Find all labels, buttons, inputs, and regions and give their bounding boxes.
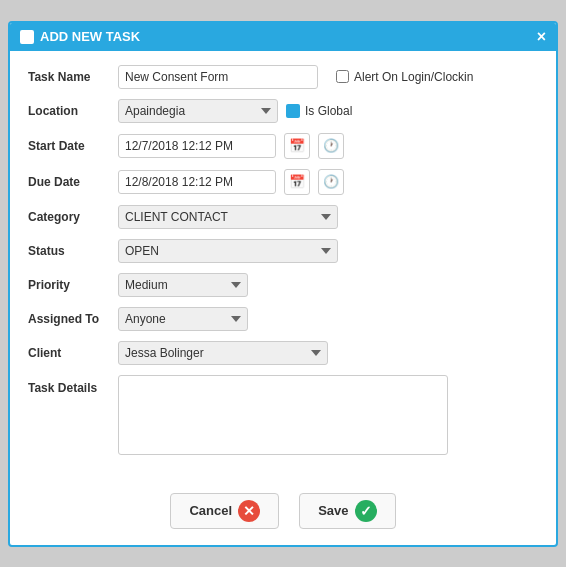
- task-details-row: Task Details: [28, 375, 538, 455]
- location-row: Location Apaindegia Is Global: [28, 99, 538, 123]
- due-date-control-area: 📅 🕐: [118, 169, 538, 195]
- alert-label: Alert On Login/Clockin: [354, 70, 473, 84]
- task-name-input[interactable]: [118, 65, 318, 89]
- task-name-control-area: Alert On Login/Clockin: [118, 65, 538, 89]
- alert-checkbox[interactable]: [336, 70, 349, 83]
- assigned-to-select[interactable]: Anyone: [118, 307, 248, 331]
- category-control-area: CLIENT CONTACT: [118, 205, 538, 229]
- assigned-to-control-area: Anyone: [118, 307, 538, 331]
- priority-select[interactable]: Medium: [118, 273, 248, 297]
- due-date-calendar-button[interactable]: 📅: [284, 169, 310, 195]
- start-date-input[interactable]: [118, 134, 276, 158]
- client-row: Client Jessa Bolinger: [28, 341, 538, 365]
- cancel-label: Cancel: [189, 503, 232, 518]
- cancel-icon: ✕: [238, 500, 260, 522]
- due-date-row: Due Date 📅 🕐: [28, 169, 538, 195]
- status-label: Status: [28, 244, 118, 258]
- status-control-area: OPEN: [118, 239, 538, 263]
- is-global-label: Is Global: [305, 104, 352, 118]
- cancel-button[interactable]: Cancel ✕: [170, 493, 279, 529]
- add-new-task-modal: ADD NEW TASK × Task Name Alert On Login/…: [8, 21, 558, 547]
- alert-check-area: Alert On Login/Clockin: [336, 70, 473, 84]
- modal-title: ADD NEW TASK: [40, 29, 140, 44]
- task-details-textarea[interactable]: [118, 375, 448, 455]
- priority-control-area: Medium: [118, 273, 538, 297]
- assigned-to-row: Assigned To Anyone: [28, 307, 538, 331]
- global-indicator: [286, 104, 300, 118]
- start-date-control-area: 📅 🕐: [118, 133, 538, 159]
- location-select[interactable]: Apaindegia: [118, 99, 278, 123]
- category-select[interactable]: CLIENT CONTACT: [118, 205, 338, 229]
- due-date-label: Due Date: [28, 175, 118, 189]
- priority-label: Priority: [28, 278, 118, 292]
- location-label: Location: [28, 104, 118, 118]
- due-date-clock-button[interactable]: 🕐: [318, 169, 344, 195]
- location-control-area: Apaindegia Is Global: [118, 99, 538, 123]
- priority-row: Priority Medium: [28, 273, 538, 297]
- category-row: Category CLIENT CONTACT: [28, 205, 538, 229]
- task-name-label: Task Name: [28, 70, 118, 84]
- client-select[interactable]: Jessa Bolinger: [118, 341, 328, 365]
- client-control-area: Jessa Bolinger: [118, 341, 538, 365]
- save-label: Save: [318, 503, 348, 518]
- task-name-row: Task Name Alert On Login/Clockin: [28, 65, 538, 89]
- category-label: Category: [28, 210, 118, 224]
- modal-body: Task Name Alert On Login/Clockin Locatio…: [10, 51, 556, 479]
- start-date-clock-button[interactable]: 🕐: [318, 133, 344, 159]
- save-button[interactable]: Save ✓: [299, 493, 395, 529]
- is-global-area: Is Global: [286, 104, 352, 118]
- status-row: Status OPEN: [28, 239, 538, 263]
- task-details-control-area: [118, 375, 538, 455]
- modal-header: ADD NEW TASK ×: [10, 23, 556, 51]
- task-details-label: Task Details: [28, 375, 118, 395]
- start-date-row: Start Date 📅 🕐: [28, 133, 538, 159]
- title-area: ADD NEW TASK: [20, 29, 140, 44]
- close-button[interactable]: ×: [537, 29, 546, 45]
- start-date-label: Start Date: [28, 139, 118, 153]
- assigned-to-label: Assigned To: [28, 312, 118, 326]
- modal-footer: Cancel ✕ Save ✓: [10, 479, 556, 545]
- header-icon: [20, 30, 34, 44]
- due-date-input[interactable]: [118, 170, 276, 194]
- save-icon: ✓: [355, 500, 377, 522]
- status-select[interactable]: OPEN: [118, 239, 338, 263]
- start-date-calendar-button[interactable]: 📅: [284, 133, 310, 159]
- client-label: Client: [28, 346, 118, 360]
